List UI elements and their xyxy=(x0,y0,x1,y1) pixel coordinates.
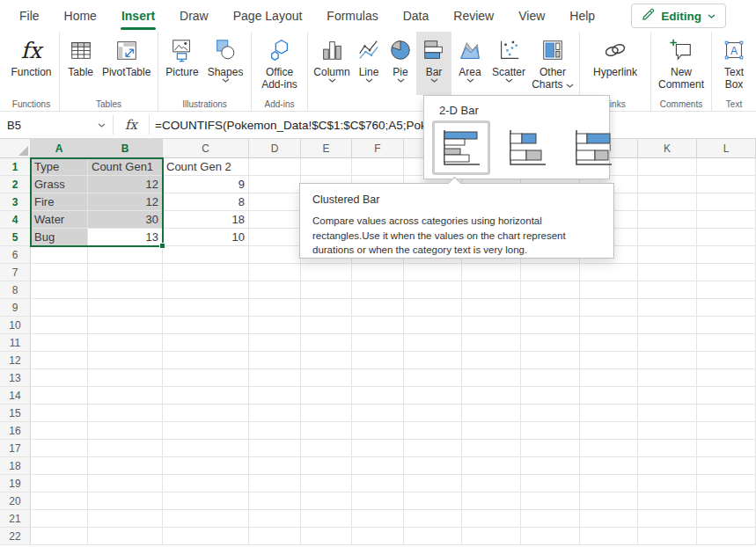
cell-H14[interactable] xyxy=(462,387,521,405)
row-header-9[interactable]: 9 xyxy=(0,299,31,317)
cell-G7[interactable] xyxy=(404,264,462,281)
cell-L8[interactable] xyxy=(697,281,756,299)
row-header-2[interactable]: 2 xyxy=(0,176,31,193)
cell-K13[interactable] xyxy=(638,369,697,387)
cell-D3[interactable] xyxy=(249,193,301,211)
cell-H12[interactable] xyxy=(462,352,521,369)
cell-C7[interactable] xyxy=(163,264,249,281)
cell-L5[interactable] xyxy=(697,229,756,246)
cell-I9[interactable] xyxy=(521,299,580,317)
cell-K20[interactable] xyxy=(638,492,697,510)
cell-F17[interactable] xyxy=(352,440,404,457)
cell-G20[interactable] xyxy=(404,492,462,510)
cell-J16[interactable] xyxy=(580,422,638,440)
cell-C15[interactable] xyxy=(163,405,249,422)
cell-B14[interactable] xyxy=(88,387,163,405)
cell-D8[interactable] xyxy=(249,281,301,299)
cell-A10[interactable] xyxy=(31,317,88,334)
cell-J8[interactable] xyxy=(580,281,638,299)
row-header-16[interactable]: 16 xyxy=(0,422,31,440)
cell-L22[interactable] xyxy=(697,528,756,545)
col-header-F[interactable]: F xyxy=(352,139,404,158)
cell-D17[interactable] xyxy=(249,440,301,457)
new-comment-button[interactable]: New Comment xyxy=(655,32,708,95)
cell-I15[interactable] xyxy=(521,405,580,422)
cell-G9[interactable] xyxy=(404,299,462,317)
chart-option-100-stacked-bar[interactable] xyxy=(564,120,622,175)
cell-B5[interactable]: 13 xyxy=(88,229,163,246)
cell-I17[interactable] xyxy=(521,440,580,457)
cell-K18[interactable] xyxy=(638,457,697,475)
cell-B10[interactable] xyxy=(88,317,163,334)
row-header-18[interactable]: 18 xyxy=(0,457,31,475)
cell-H8[interactable] xyxy=(462,281,521,299)
tab-page-layout[interactable]: Page Layout xyxy=(221,0,315,32)
cell-G15[interactable] xyxy=(404,405,462,422)
cell-F12[interactable] xyxy=(352,352,404,369)
cell-J7[interactable] xyxy=(580,264,638,281)
chart-option-clustered-bar[interactable] xyxy=(432,120,490,175)
cell-K19[interactable] xyxy=(638,475,697,492)
cell-H11[interactable] xyxy=(462,334,521,352)
scatter-chart-button[interactable]: Scatter xyxy=(488,32,529,95)
cell-D9[interactable] xyxy=(249,299,301,317)
row-header-5[interactable]: 5 xyxy=(0,229,31,246)
cell-H15[interactable] xyxy=(462,405,521,422)
cell-A18[interactable] xyxy=(31,457,88,475)
cell-D10[interactable] xyxy=(249,317,301,334)
cell-A22[interactable] xyxy=(31,528,88,545)
row-header-14[interactable]: 14 xyxy=(0,387,31,405)
row-header-7[interactable]: 7 xyxy=(0,264,31,281)
cell-C1[interactable]: Count Gen 2 xyxy=(163,158,249,176)
cell-L21[interactable] xyxy=(697,510,756,528)
row-header-6[interactable]: 6 xyxy=(0,246,31,264)
cell-G17[interactable] xyxy=(404,440,462,457)
row-header-12[interactable]: 12 xyxy=(0,352,31,369)
cell-D18[interactable] xyxy=(249,457,301,475)
cell-D12[interactable] xyxy=(249,352,301,369)
cell-A11[interactable] xyxy=(31,334,88,352)
cell-A6[interactable] xyxy=(31,246,88,264)
cell-C5[interactable]: 10 xyxy=(163,229,249,246)
cell-I21[interactable] xyxy=(521,510,580,528)
cell-J12[interactable] xyxy=(580,352,638,369)
col-header-L[interactable]: L xyxy=(697,139,756,158)
cell-C13[interactable] xyxy=(163,369,249,387)
row-header-20[interactable]: 20 xyxy=(0,492,31,510)
cell-A19[interactable] xyxy=(31,475,88,492)
cell-L6[interactable] xyxy=(697,246,756,264)
cell-F20[interactable] xyxy=(352,492,404,510)
cell-K22[interactable] xyxy=(638,528,697,545)
cell-G19[interactable] xyxy=(404,475,462,492)
row-header-1[interactable]: 1 xyxy=(0,158,31,176)
col-header-A[interactable]: A xyxy=(31,139,88,158)
cell-D11[interactable] xyxy=(249,334,301,352)
cell-J15[interactable] xyxy=(580,405,638,422)
cell-C19[interactable] xyxy=(163,475,249,492)
cell-F16[interactable] xyxy=(352,422,404,440)
cell-A15[interactable] xyxy=(31,405,88,422)
cell-B6[interactable] xyxy=(88,246,163,264)
cell-K11[interactable] xyxy=(638,334,697,352)
cell-K12[interactable] xyxy=(638,352,697,369)
cell-D15[interactable] xyxy=(249,405,301,422)
cell-I10[interactable] xyxy=(521,317,580,334)
cell-H17[interactable] xyxy=(462,440,521,457)
cell-K16[interactable] xyxy=(638,422,697,440)
cell-B16[interactable] xyxy=(88,422,163,440)
cell-F21[interactable] xyxy=(352,510,404,528)
fx-icon[interactable]: fx xyxy=(114,112,149,138)
row-header-10[interactable]: 10 xyxy=(0,317,31,334)
cell-I11[interactable] xyxy=(521,334,580,352)
cell-I20[interactable] xyxy=(521,492,580,510)
cell-B13[interactable] xyxy=(88,369,163,387)
cell-C21[interactable] xyxy=(163,510,249,528)
cell-K8[interactable] xyxy=(638,281,697,299)
cell-J20[interactable] xyxy=(580,492,638,510)
tab-view[interactable]: View xyxy=(506,0,557,32)
cell-B8[interactable] xyxy=(88,281,163,299)
cell-B7[interactable] xyxy=(88,264,163,281)
cell-L10[interactable] xyxy=(697,317,756,334)
row-header-13[interactable]: 13 xyxy=(0,369,31,387)
cell-D19[interactable] xyxy=(249,475,301,492)
